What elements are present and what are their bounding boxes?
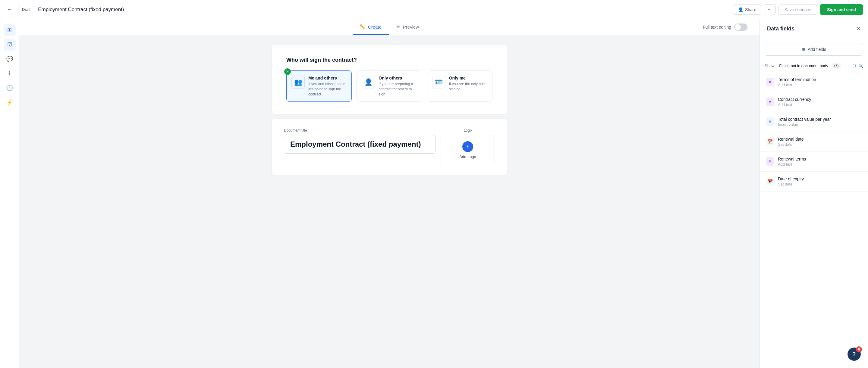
create-tab-label: Create <box>368 24 381 30</box>
field-item-total-contract-value[interactable]: # Total contract value per year Insert v… <box>760 112 868 132</box>
selected-checkmark: ✓ <box>284 68 291 75</box>
date-of-expiry-content: Date of expiry Set date <box>778 176 804 187</box>
total-contract-value-content: Total contract value per year Insert val… <box>778 117 831 127</box>
date-of-expiry-action[interactable]: Set date <box>778 182 804 187</box>
layout-icon: ⊞ <box>7 27 12 33</box>
more-button[interactable]: ··· <box>764 4 775 15</box>
only-me-text: Only me If you are the only one signing <box>449 76 487 92</box>
panel-header: Data fields ✕ <box>760 19 868 38</box>
tab-preview[interactable]: 👁 Preview <box>389 20 426 35</box>
save-button[interactable]: Save changes <box>778 4 818 15</box>
total-contract-value-action[interactable]: Insert value <box>778 122 831 127</box>
show-filter-label: Show: <box>765 64 775 68</box>
only-others-text: Only others If you are preparing a contr… <box>378 76 417 97</box>
help-label: ? <box>852 351 856 358</box>
field-item-terms-of-termination[interactable]: A Terms of termination Add text <box>760 72 868 92</box>
show-filter-count: (7) <box>832 63 841 68</box>
only-me-title: Only me <box>449 76 487 80</box>
pencil-icon: ✏️ <box>360 24 366 30</box>
eye-icon: 👁 <box>396 24 401 30</box>
contract-currency-icon: A <box>766 98 774 106</box>
renewal-date-name: Renewal date <box>778 137 804 141</box>
header: ← Draft Employment Contract (fixed payme… <box>0 0 868 19</box>
signer-section-title: Who will sign the contract? <box>286 57 493 63</box>
sidebar-icon-check[interactable]: ☑ <box>4 38 16 51</box>
zap-icon: ⚡ <box>6 99 13 106</box>
only-me-icon: 🪪 <box>432 76 445 89</box>
renewal-date-content: Renewal date Set date <box>778 137 804 147</box>
history-icon: 🕐 <box>6 85 13 91</box>
only-others-title: Only others <box>378 76 417 80</box>
sidebar-icon-zap[interactable]: ⚡ <box>4 96 16 108</box>
signer-selection-card: Who will sign the contract? ✓ 👥 Me and o… <box>272 45 507 114</box>
terms-of-termination-action[interactable]: Add text <box>778 82 816 87</box>
help-count: 6 <box>856 346 862 352</box>
terms-of-termination-content: Terms of termination Add text <box>778 77 816 87</box>
share-button[interactable]: 👤 Share <box>733 4 761 15</box>
only-me-desc: If you are the only one signing <box>449 81 487 92</box>
filter-icons: ⊟ 🔍 <box>852 64 863 68</box>
signer-option-only-me[interactable]: 🪪 Only me If you are the only one signin… <box>427 70 493 102</box>
header-actions: 👤 Share ··· Save changes Sign and send <box>733 4 863 15</box>
logo-upload-area[interactable]: + Add Logo <box>441 135 495 165</box>
full-text-editing-label: Full text editing <box>703 25 731 30</box>
document-form-card: Document title Logo + Add Logo <box>272 119 507 175</box>
tab-create[interactable]: ✏️ Create <box>352 19 389 35</box>
share-label: Share <box>745 7 756 12</box>
me-and-others-icon: 👥 <box>291 76 305 89</box>
document-container: Who will sign the contract? ✓ 👥 Me and o… <box>272 45 507 179</box>
sidebar-icon-layout[interactable]: ⊞ <box>4 24 16 36</box>
left-sidebar: ⊞ ☑ 💬 ℹ 🕐 ⚡ <box>0 19 19 368</box>
signer-option-only-others[interactable]: 👤 Only others If you are preparing a con… <box>356 70 422 102</box>
share-icon: 👤 <box>738 7 743 12</box>
add-fields-icon: ⊞ <box>802 47 805 52</box>
logo-label: Logo <box>441 128 495 133</box>
sign-send-button[interactable]: Sign and send <box>820 4 863 15</box>
help-badge[interactable]: 6 ? <box>847 347 861 361</box>
comment-icon: 💬 <box>6 56 13 62</box>
full-text-toggle-switch[interactable] <box>734 24 747 31</box>
logo-upload-text: Add Logo <box>459 155 476 159</box>
terms-of-termination-name: Terms of termination <box>778 77 816 82</box>
main-layout: ⊞ ☑ 💬 ℹ 🕐 ⚡ ✏️ Create 👁 Preview <box>0 19 868 368</box>
renewal-terms-content: Renewal terms Add text <box>778 157 806 167</box>
signer-options: ✓ 👥 Me and others If you and other peopl… <box>286 70 493 102</box>
fields-list: A Terms of termination Add text A Contra… <box>760 72 868 368</box>
doc-title-input[interactable] <box>284 135 436 154</box>
contract-currency-action[interactable]: Add text <box>778 102 811 107</box>
full-text-editing-toggle: Full text editing <box>703 24 747 31</box>
field-item-renewal-terms[interactable]: A Renewal terms Add text <box>760 152 868 172</box>
field-item-date-of-expiry[interactable]: 📅 Date of expiry Set date <box>760 172 868 192</box>
date-of-expiry-name: Date of expiry <box>778 176 804 181</box>
panel-close-button[interactable]: ✕ <box>856 25 861 32</box>
show-filter-value[interactable]: Fields not in document body <box>779 64 828 68</box>
filter-icon[interactable]: ⊟ <box>852 64 856 68</box>
only-others-icon: 👤 <box>362 76 375 89</box>
search-icon[interactable]: 🔍 <box>858 64 863 68</box>
date-of-expiry-icon: 📅 <box>766 177 774 186</box>
doc-form-header: Document title Logo + Add Logo <box>272 119 507 175</box>
sidebar-icon-info[interactable]: ℹ <box>4 67 16 79</box>
add-fields-label: Add fields <box>808 47 826 52</box>
contract-currency-content: Contract currency Add text <box>778 97 811 107</box>
content-area: ✏️ Create 👁 Preview Full text editing Wh… <box>19 19 760 368</box>
sidebar-icon-history[interactable]: 🕐 <box>4 82 16 94</box>
renewal-date-action[interactable]: Set date <box>778 142 804 147</box>
check-icon: ☑ <box>7 41 12 48</box>
total-contract-value-icon: # <box>766 118 774 126</box>
document-title: Employment Contract (fixed payment) <box>38 7 730 13</box>
sidebar-icon-comment[interactable]: 💬 <box>4 53 16 65</box>
add-fields-button[interactable]: ⊞ Add fields <box>765 43 863 56</box>
tab-bar: ✏️ Create 👁 Preview Full text editing <box>19 19 760 35</box>
renewal-terms-action[interactable]: Add text <box>778 162 806 167</box>
field-item-renewal-date[interactable]: 📅 Renewal date Set date <box>760 132 868 152</box>
back-button[interactable]: ← <box>5 5 14 14</box>
right-panel: Data fields ✕ ⊞ Add fields Show: Fields … <box>760 19 868 368</box>
logo-section: Logo + Add Logo <box>441 128 495 165</box>
logo-upload-icon: + <box>462 141 473 152</box>
panel-title: Data fields <box>767 26 795 32</box>
renewal-terms-name: Renewal terms <box>778 157 806 161</box>
signer-option-me-and-others[interactable]: ✓ 👥 Me and others If you and other peopl… <box>286 70 352 102</box>
me-and-others-text: Me and others If you and other people ar… <box>308 76 347 97</box>
field-item-contract-currency[interactable]: A Contract currency Add text <box>760 92 868 112</box>
